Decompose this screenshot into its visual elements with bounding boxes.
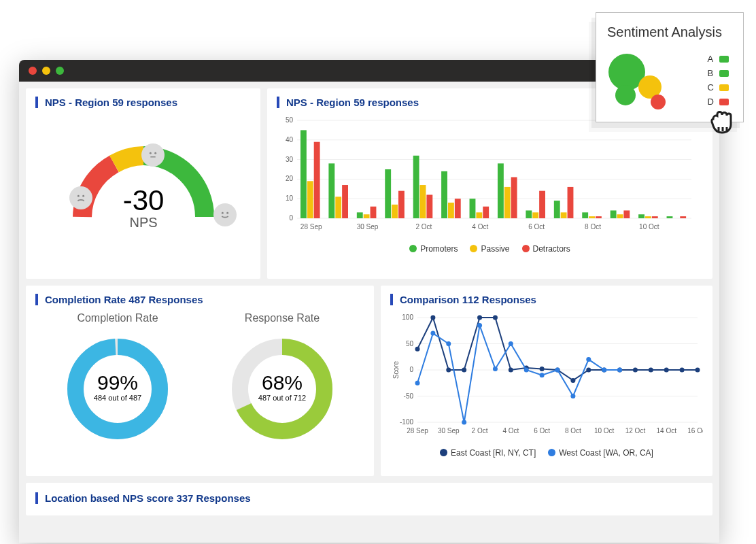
svg-point-130	[555, 368, 560, 373]
happy-face-icon	[213, 203, 237, 226]
svg-text:6 Oct: 6 Oct	[534, 427, 550, 435]
svg-text:30: 30	[286, 156, 294, 163]
svg-text:2 Oct: 2 Oct	[472, 427, 488, 435]
response-donut: Response Rate 68% 487 out of 712	[224, 312, 340, 449]
svg-rect-52	[526, 210, 532, 218]
svg-rect-36	[392, 205, 398, 218]
svg-text:-50: -50	[404, 392, 414, 400]
svg-point-132	[586, 357, 591, 362]
svg-text:6 Oct: 6 Oct	[528, 223, 545, 231]
svg-text:0: 0	[409, 366, 413, 373]
svg-text:50: 50	[286, 116, 294, 124]
svg-rect-70	[667, 216, 673, 218]
svg-rect-33	[371, 207, 377, 218]
svg-point-119	[680, 368, 685, 373]
svg-point-127	[509, 341, 513, 346]
svg-point-129	[540, 373, 545, 377]
svg-rect-42	[441, 171, 447, 218]
svg-text:2 Oct: 2 Oct	[415, 223, 432, 231]
nps-gauge-chart: -30 NPS	[55, 115, 232, 244]
sentiment-card[interactable]: Sentiment Analysis A B C D	[596, 12, 744, 122]
svg-point-105	[462, 368, 466, 373]
svg-point-104	[446, 368, 451, 373]
svg-text:0: 0	[289, 214, 293, 222]
svg-rect-32	[364, 214, 370, 218]
svg-rect-25	[307, 181, 313, 218]
maximize-icon[interactable]	[56, 67, 64, 75]
svg-text:4 Oct: 4 Oct	[502, 427, 519, 435]
svg-rect-39	[420, 185, 426, 218]
svg-text:12 Oct: 12 Oct	[625, 427, 646, 435]
svg-rect-67	[645, 216, 651, 218]
svg-text:484 out of 487: 484 out of 487	[94, 394, 141, 402]
svg-point-102	[415, 347, 420, 352]
svg-rect-37	[398, 191, 405, 218]
close-icon[interactable]	[29, 67, 37, 75]
svg-point-133	[602, 368, 606, 373]
svg-rect-50	[504, 187, 511, 218]
svg-rect-57	[561, 212, 567, 218]
svg-point-134	[617, 368, 622, 373]
svg-rect-56	[554, 201, 560, 218]
svg-rect-54	[539, 191, 545, 218]
svg-text:Score: Score	[392, 361, 400, 379]
svg-point-110	[540, 367, 545, 371]
svg-rect-53	[532, 212, 538, 218]
svg-text:16 Oct: 16 Oct	[687, 427, 703, 435]
svg-point-103	[430, 316, 435, 320]
svg-text:10 Oct: 10 Oct	[594, 427, 615, 435]
svg-point-107	[493, 316, 498, 320]
svg-point-123	[446, 341, 451, 346]
minimize-icon[interactable]	[42, 67, 50, 75]
svg-rect-58	[568, 187, 574, 218]
svg-rect-47	[483, 207, 489, 218]
svg-text:99%: 99%	[97, 371, 138, 394]
svg-point-113	[586, 368, 591, 373]
svg-text:20: 20	[286, 175, 294, 182]
neutral-face-icon	[141, 143, 165, 167]
svg-text:-30: -30	[122, 184, 164, 216]
svg-rect-59	[582, 212, 588, 218]
svg-text:50: 50	[406, 340, 414, 347]
svg-text:30 Sep: 30 Sep	[438, 427, 460, 435]
svg-text:28 Sep: 28 Sep	[407, 427, 428, 435]
svg-point-10	[222, 212, 224, 214]
svg-text:14 Oct: 14 Oct	[656, 427, 676, 435]
svg-point-8	[154, 152, 156, 154]
sentiment-title: Sentiment Analysis	[607, 24, 732, 40]
svg-rect-63	[611, 210, 617, 218]
svg-rect-31	[357, 212, 363, 218]
svg-rect-51	[511, 177, 517, 218]
svg-point-124	[462, 420, 466, 425]
svg-point-121	[415, 381, 420, 386]
sad-face-icon	[69, 186, 92, 209]
svg-rect-35	[385, 169, 391, 218]
svg-point-118	[664, 368, 669, 373]
app-window: NPS - Region 59 responses -30 NPS	[19, 60, 719, 543]
card-title: NPS - Region 59 responses	[35, 97, 251, 108]
completion-donut: Completion Rate 99% 484 out of 487	[60, 312, 175, 449]
svg-text:NPS: NPS	[129, 215, 157, 230]
svg-point-122	[430, 331, 435, 336]
svg-text:10: 10	[286, 194, 294, 202]
svg-rect-46	[476, 212, 482, 218]
svg-text:4 Oct: 4 Oct	[472, 223, 488, 231]
svg-rect-24	[300, 130, 307, 218]
svg-text:10 Oct: 10 Oct	[639, 223, 659, 231]
svg-point-116	[633, 368, 638, 373]
card-title: Location based NPS score 337 Responses	[35, 492, 703, 504]
svg-text:40: 40	[286, 136, 294, 143]
svg-rect-43	[448, 203, 454, 218]
svg-point-112	[570, 378, 575, 383]
svg-text:-100: -100	[400, 418, 413, 426]
svg-point-117	[649, 368, 653, 373]
svg-point-125	[477, 323, 482, 328]
svg-text:487 out of 712: 487 out of 712	[258, 394, 306, 402]
svg-rect-29	[335, 197, 341, 218]
svg-point-11	[226, 212, 228, 214]
completion-rate-card: Completion Rate 487 Responses Completion…	[26, 286, 374, 476]
svg-rect-64	[617, 214, 623, 218]
svg-rect-61	[596, 216, 602, 218]
svg-rect-68	[652, 216, 658, 218]
svg-rect-30	[342, 185, 348, 218]
